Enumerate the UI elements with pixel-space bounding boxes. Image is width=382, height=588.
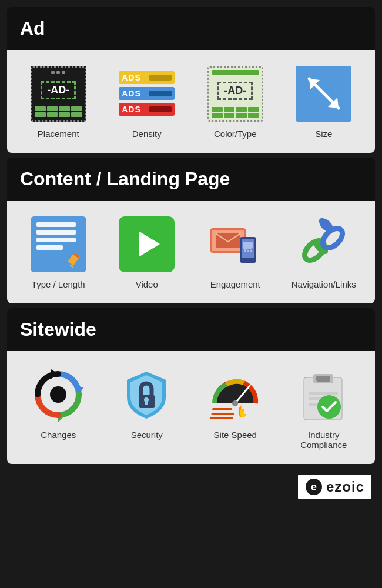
typelength-item[interactable]: Type / Length (20, 215, 96, 289)
engagement-item[interactable]: Engagement (197, 215, 273, 289)
ct-cell (248, 113, 259, 118)
grid-cell (47, 106, 58, 111)
ad-placement-item[interactable]: -AD- Placement (20, 64, 96, 139)
ezoic-logo-icon: e (305, 478, 323, 496)
security-icon-box (118, 365, 176, 424)
engagement-icon-box (206, 215, 264, 273)
compliance-item[interactable]: Industry Compliance (286, 365, 362, 450)
compliance-label: Industry Compliance (286, 430, 362, 450)
video-label: Video (136, 279, 158, 289)
grid-cell (35, 106, 46, 111)
placement-icon-box: -AD- (29, 64, 88, 123)
svg-point-13 (244, 250, 246, 252)
colortype-top-bar (212, 70, 259, 75)
changes-label: Changes (41, 430, 76, 440)
density-label-ads-3: ADS (122, 105, 141, 114)
security-icon (119, 367, 175, 423)
size-icon (296, 66, 351, 122)
density-bar-3 (149, 106, 172, 112)
density-icon: ADS ADS ADS (119, 71, 175, 116)
colortype-grid (212, 107, 259, 118)
tl-line-1 (36, 222, 76, 227)
svg-rect-33 (309, 392, 338, 395)
grid-cell (71, 106, 82, 111)
density-label: Density (132, 129, 162, 139)
pencil-icon (67, 253, 83, 269)
video-item[interactable]: Video (109, 215, 185, 289)
grid-cell (59, 106, 70, 111)
svg-marker-20 (51, 369, 58, 379)
placement-main: -AD- (41, 74, 76, 106)
size-label: Size (315, 129, 332, 139)
video-icon (119, 216, 175, 272)
svg-point-36 (317, 395, 341, 419)
ad-density-item[interactable]: ADS ADS ADS Density (109, 64, 185, 139)
footer: e ezoic (7, 469, 375, 505)
compliance-icon-box (294, 365, 353, 424)
ct-cell (224, 113, 235, 118)
grid-cell (35, 112, 46, 117)
changes-item[interactable]: Changes (20, 365, 96, 440)
svg-point-26 (232, 400, 238, 406)
placement-label: Placement (38, 129, 79, 139)
tl-line-2 (36, 230, 76, 235)
colortype-mid: -AD- (217, 75, 253, 107)
placement-grid (35, 106, 82, 117)
placement-icon: -AD- (31, 66, 86, 122)
tl-line-3 (36, 238, 76, 242)
video-icon-box (118, 215, 176, 273)
ct-cell (248, 107, 259, 112)
svg-point-14 (247, 250, 249, 252)
svg-point-15 (250, 250, 252, 252)
svg-text:e: e (311, 481, 317, 493)
density-icon-box: ADS ADS ADS (118, 64, 176, 123)
sitespeed-icon-box (206, 365, 264, 424)
density-row-2: ADS (119, 87, 175, 100)
typelength-icon (31, 216, 86, 272)
ezoic-brand-text: ezoic (326, 479, 364, 495)
ct-cell (212, 107, 223, 112)
changes-icon-box (29, 365, 88, 424)
density-label-ads-1: ADS (122, 73, 141, 82)
security-item[interactable]: Security (109, 365, 185, 440)
ad-section-body: -AD- Placement (7, 50, 375, 153)
navlinks-icon (296, 216, 351, 272)
sitewide-section-title: Sitewide (20, 319, 362, 340)
colortype-icon-box: -AD- (206, 64, 264, 123)
sitespeed-item[interactable]: Site Speed (197, 365, 273, 440)
ct-cell (236, 107, 247, 112)
density-bar-2 (149, 91, 172, 96)
tl-line-4 (36, 245, 63, 250)
content-section-body: Type / Length Video (7, 201, 375, 303)
ct-cell (212, 113, 223, 118)
ad-section-header: Ad (7, 7, 375, 50)
security-label: Security (131, 430, 163, 440)
navlinks-item[interactable]: Navigation/Links (286, 215, 362, 289)
typelength-icon-box (29, 215, 88, 273)
density-row-1: ADS (119, 71, 175, 84)
size-arrow-svg (303, 73, 344, 114)
sitewide-section: Sitewide (7, 308, 375, 464)
ct-cell (236, 113, 247, 118)
content-section: Content / Landing Page Type / (7, 158, 375, 303)
engagement-icon (207, 216, 263, 272)
compliance-icon (296, 367, 351, 423)
colortype-label: Color/Type (214, 129, 257, 139)
svg-rect-32 (316, 376, 330, 382)
density-bar-1 (149, 75, 172, 81)
ad-size-item[interactable]: Size (286, 64, 362, 139)
navlinks-icon-box (294, 215, 353, 273)
density-label-ads-2: ADS (122, 89, 141, 98)
size-icon-box (294, 64, 353, 123)
sitespeed-icon (207, 367, 263, 423)
engagement-label: Engagement (210, 279, 260, 289)
typelength-label: Type / Length (32, 279, 85, 289)
ad-section: Ad -AD- (7, 7, 375, 153)
sitewide-section-header: Sitewide (7, 308, 375, 351)
navlinks-label: Navigation/Links (291, 279, 356, 289)
grid-cell (71, 112, 82, 117)
ad-colortype-item[interactable]: -AD- Color/Type (197, 64, 273, 139)
svg-point-21 (50, 386, 66, 403)
svg-rect-24 (145, 400, 148, 405)
svg-rect-11 (243, 242, 253, 249)
